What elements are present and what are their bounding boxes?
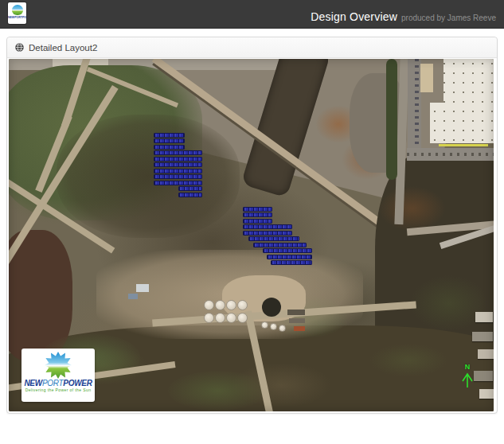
solar-panel-row <box>154 157 202 162</box>
solar-panel-row <box>178 186 202 191</box>
solar-panel-row <box>243 224 292 229</box>
panel-title: Detailed Layout2 <box>29 43 97 53</box>
watermark-tagline: Delivering the Power of the Sun <box>21 388 95 393</box>
header-logo-wordmark: NEWPORTPOWER <box>8 16 26 19</box>
brand-port: PORT <box>42 379 63 388</box>
globe-icon <box>15 43 24 52</box>
page-byline: produced by James Reeve <box>401 14 496 23</box>
solar-panel-row <box>154 133 185 138</box>
solar-panel-row <box>243 219 272 224</box>
solar-panel-row <box>154 162 202 167</box>
brand-new: NEW <box>24 379 41 388</box>
solar-panel-row <box>271 260 312 265</box>
solar-panel-row <box>154 174 202 179</box>
solar-panel-row <box>154 150 202 155</box>
layout-panel: Detailed Layout2 <box>6 37 498 414</box>
aerial-map-image: NEWPORTPOWER Delivering the Power of the… <box>9 59 494 411</box>
solar-panel-row <box>154 138 185 143</box>
page-title: Design Overview <box>311 10 397 23</box>
north-arrow-icon <box>461 371 474 388</box>
newport-power-logo-icon <box>12 5 23 15</box>
watermark-brand: NEWPORTPOWER <box>21 380 95 388</box>
solar-panel-row <box>154 145 185 150</box>
solar-panel-row <box>178 193 202 197</box>
solar-panel-row <box>243 231 292 236</box>
solar-panel-row <box>267 255 312 259</box>
solar-panel-row <box>243 212 272 217</box>
solar-panel-row <box>154 169 202 173</box>
solar-panel-row <box>248 236 299 241</box>
solar-panel-row <box>154 181 202 185</box>
app-header: NEWPORTPOWER Design Overview produced by… <box>0 0 504 29</box>
solar-panel-row <box>263 248 312 253</box>
sun-star-logo-icon <box>45 352 72 379</box>
north-arrow-marker: N <box>459 364 476 392</box>
header-logo: NEWPORTPOWER <box>8 2 26 24</box>
panel-header: Detailed Layout2 <box>7 37 497 58</box>
brand-power: POWER <box>63 379 92 388</box>
solar-panel-row <box>243 207 272 212</box>
solar-panel-row <box>253 243 307 247</box>
newport-power-watermark: NEWPORTPOWER Delivering the Power of the… <box>21 349 95 402</box>
north-label: N <box>459 364 476 371</box>
